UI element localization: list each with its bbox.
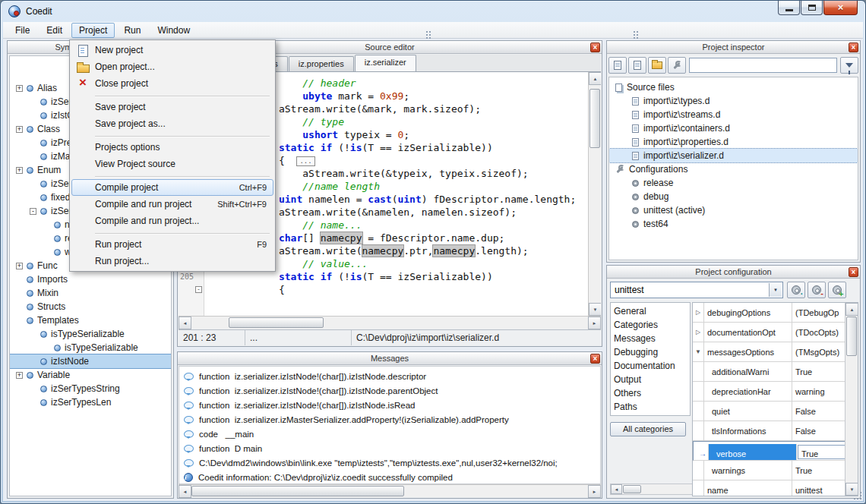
category-item[interactable]: Others [611,386,690,400]
scroll-right-icon[interactable] [588,485,601,498]
property-row[interactable]: ▼ messagesOptions (TMsgOpts) [693,342,845,362]
property-row[interactable]: additionalWarni True [693,362,845,382]
property-row[interactable]: → verbose True [693,441,845,461]
scroll-left-icon[interactable] [611,484,622,494]
category-item[interactable]: Paths [611,400,690,414]
expand-arrow-icon[interactable]: ▷ [693,303,704,322]
configuration-select[interactable]: unittest [610,282,783,298]
menu-item[interactable]: Save project [71,99,273,115]
remove-configuration-button[interactable] [808,282,826,298]
property-value[interactable]: False [792,402,845,421]
message-row[interactable]: C:\Dev\dmd2\windows\bin\link.exe "temp\i… [179,455,600,470]
symbol-tree-item[interactable]: izSerTypesString [10,382,171,395]
scroll-down-icon[interactable] [845,483,858,496]
menu-run[interactable]: Run [116,23,148,38]
symbol-tree-item[interactable]: Structs [10,300,171,313]
scroll-down-icon[interactable] [589,303,601,316]
inspector-tree-item[interactable]: import\iz\serializer.d [609,149,858,162]
property-value[interactable]: True [792,461,845,480]
inspector-tree-item[interactable]: import\iz\containers.d [609,121,858,135]
scroll-right-icon[interactable] [588,317,601,329]
expand-arrow-icon[interactable] [693,382,704,401]
menu-edit[interactable]: Edit [39,23,70,38]
property-row[interactable]: ▷ documentationOpt (TDocOpts) [693,323,845,342]
all-categories-button[interactable]: All categories [610,422,686,436]
scrollbar-thumb[interactable] [229,317,324,328]
message-row[interactable]: Coedit information: C:\Dev\dproj\iz\iz.c… [179,470,600,484]
category-item[interactable]: Documentation [611,359,690,373]
titlebar[interactable]: Coedit [1,1,865,22]
menu-item[interactable]: Save project as... [71,115,273,132]
property-value[interactable]: True [798,445,845,459]
expand-arrow-icon[interactable] [693,402,704,421]
property-value[interactable]: (TDebugOp [792,303,845,322]
expander-icon[interactable]: + [16,85,23,92]
new-source-button[interactable] [608,57,627,74]
filter-button[interactable] [840,57,858,74]
inspector-tree-item[interactable]: release [609,176,858,190]
expand-arrow-icon[interactable]: ▼ [693,342,704,361]
menu-project[interactable]: Project [71,23,115,38]
message-row[interactable]: function iz.serializer.izIstNode!(char[]… [179,369,600,383]
splitter-grip[interactable] [426,31,431,40]
panel-close-button[interactable] [590,43,600,52]
expand-arrow-icon[interactable] [693,421,704,440]
maximize-button[interactable] [801,1,823,15]
menu-item[interactable]: Compile and run project Shift+Ctrl+F9 [71,196,273,213]
category-item[interactable]: Categories [611,318,690,332]
symbol-tree-item[interactable]: izIstNode [10,354,171,368]
categories-list[interactable]: GeneralCategoriesMessagesDebuggingDocume… [610,302,691,416]
filter-input[interactable] [689,58,837,73]
menu-file[interactable]: File [8,23,37,38]
message-row[interactable]: function D main [179,441,600,455]
menu-item[interactable]: New project [71,42,273,58]
add-source-button[interactable] [628,57,646,74]
property-value[interactable]: unittest [792,480,845,496]
inspector-tree-item[interactable]: test64 [609,217,858,231]
grid-vertical-scrollbar[interactable] [845,303,858,496]
open-folder-button[interactable] [648,57,666,74]
expand-arrow-icon[interactable] [693,362,704,381]
property-row[interactable]: quiet False [693,402,845,421]
property-value[interactable]: True [792,362,845,381]
symbol-tree-item[interactable]: Templates [10,313,171,327]
menu-item[interactable]: Run project... [71,253,273,269]
expand-arrow-icon[interactable]: ▷ [693,323,704,342]
scroll-left-icon[interactable] [179,485,191,498]
panel-close-button[interactable] [849,43,858,52]
inspector-tree-item[interactable]: import\iz\streams.d [609,108,858,121]
category-item[interactable]: General [611,304,690,318]
scroll-up-icon[interactable] [589,72,601,85]
symbol-tree-item[interactable]: izSerTypesLen [10,395,171,409]
message-row[interactable]: function iz.serializer.izIstNode!(char[]… [179,383,600,398]
tab-iz-properties[interactable]: iz.properties [289,56,354,71]
edit-configuration-button[interactable] [787,282,805,298]
expander-icon[interactable]: - [30,208,36,215]
scrollbar-thumb[interactable] [623,485,641,493]
inspector-tree-item[interactable]: debug [609,190,858,203]
expand-arrow-icon[interactable] [693,480,704,496]
symbol-tree-item[interactable]: Imports [10,272,171,286]
editor-vertical-scrollbar[interactable] [588,72,601,316]
inspector-tree-item[interactable]: Configurations [609,162,858,176]
message-row[interactable]: function iz.serializer.izMasterSerialize… [179,412,600,427]
panel-close-button[interactable] [590,354,600,364]
chevron-down-icon[interactable] [769,283,782,297]
expand-arrow-icon[interactable] [693,461,704,480]
property-row[interactable]: name unittest [693,480,845,496]
scrollbar-thumb[interactable] [589,89,600,148]
close-button[interactable] [823,1,858,15]
property-value[interactable]: (TDocOpts) [792,323,845,342]
expander-icon[interactable]: + [16,372,23,379]
panel-close-button[interactable] [849,267,858,277]
message-row[interactable]: code __main [179,427,600,441]
symbol-tree-item[interactable]: + Variable [10,368,171,382]
category-item[interactable]: Output [611,373,690,386]
menu-item[interactable]: Run project F9 [71,236,273,253]
symbol-tree-item[interactable]: Mixin [10,286,171,300]
messages-horizontal-scrollbar[interactable] [179,484,601,497]
menu-item[interactable]: Compile project Ctrl+F9 [71,179,273,196]
property-value[interactable]: warning [792,382,845,401]
project-options-button[interactable] [668,57,686,74]
menu-item[interactable]: Close project [71,75,273,92]
